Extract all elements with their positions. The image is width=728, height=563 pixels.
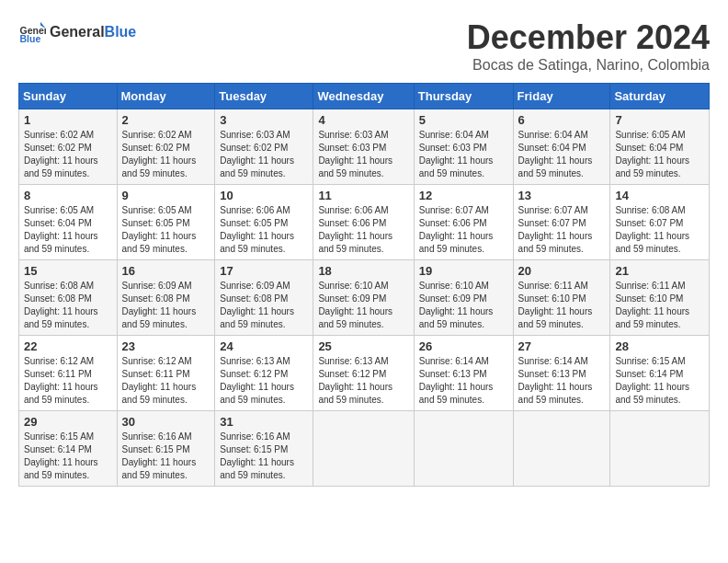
day-info: Sunrise: 6:09 AMSunset: 6:08 PMDaylight:…: [220, 281, 294, 329]
day-info: Sunrise: 6:08 AMSunset: 6:07 PMDaylight:…: [615, 205, 689, 254]
day-info: Sunrise: 6:06 AMSunset: 6:06 PMDaylight:…: [318, 205, 392, 254]
day-number: 15: [24, 264, 112, 278]
day-info: Sunrise: 6:10 AMSunset: 6:09 PMDaylight:…: [318, 281, 392, 329]
location-subtitle: Bocas de Satinga, Narino, Colombia: [467, 57, 710, 74]
day-number: 25: [318, 339, 408, 353]
day-number: 1: [24, 113, 112, 127]
day-number: 24: [220, 339, 308, 353]
day-number: 26: [419, 339, 508, 353]
calendar-cell: 21 Sunrise: 6:11 AMSunset: 6:10 PMDaylig…: [610, 260, 710, 336]
day-of-week-header: Tuesday: [215, 84, 313, 109]
day-number: 6: [518, 113, 606, 127]
day-info: Sunrise: 6:04 AMSunset: 6:04 PMDaylight:…: [518, 130, 593, 178]
day-number: 16: [122, 264, 210, 278]
logo: General Blue GeneralBlue: [18, 18, 136, 46]
day-info: Sunrise: 6:11 AMSunset: 6:10 PMDaylight:…: [615, 281, 689, 329]
calendar-cell: [414, 411, 513, 487]
logo-blue: Blue: [105, 24, 137, 40]
day-of-week-header: Saturday: [610, 84, 710, 109]
day-info: Sunrise: 6:10 AMSunset: 6:09 PMDaylight:…: [419, 281, 494, 329]
day-info: Sunrise: 6:03 AMSunset: 6:03 PMDaylight:…: [318, 130, 392, 178]
calendar-table: SundayMondayTuesdayWednesdayThursdayFrid…: [18, 83, 710, 487]
day-number: 30: [122, 415, 210, 429]
calendar-cell: 28 Sunrise: 6:15 AMSunset: 6:14 PMDaylig…: [610, 336, 710, 411]
svg-text:Blue: Blue: [20, 33, 41, 44]
calendar-week-row: 29 Sunrise: 6:15 AMSunset: 6:14 PMDaylig…: [19, 411, 710, 487]
calendar-cell: 14 Sunrise: 6:08 AMSunset: 6:07 PMDaylig…: [610, 185, 710, 260]
calendar-week-row: 22 Sunrise: 6:12 AMSunset: 6:11 PMDaylig…: [19, 336, 710, 411]
calendar-cell: 10 Sunrise: 6:06 AMSunset: 6:05 PMDaylig…: [215, 185, 313, 260]
calendar-cell: 13 Sunrise: 6:07 AMSunset: 6:07 PMDaylig…: [513, 185, 610, 260]
calendar-cell: 16 Sunrise: 6:09 AMSunset: 6:08 PMDaylig…: [117, 260, 215, 336]
day-number: 17: [220, 264, 308, 278]
calendar-cell: 17 Sunrise: 6:09 AMSunset: 6:08 PMDaylig…: [215, 260, 313, 336]
day-number: 4: [318, 113, 408, 127]
calendar-cell: 8 Sunrise: 6:05 AMSunset: 6:04 PMDayligh…: [19, 185, 118, 260]
logo-general: General: [50, 24, 105, 40]
calendar-cell: 4 Sunrise: 6:03 AMSunset: 6:03 PMDayligh…: [313, 109, 414, 185]
calendar-cell: 5 Sunrise: 6:04 AMSunset: 6:03 PMDayligh…: [414, 109, 513, 185]
day-info: Sunrise: 6:12 AMSunset: 6:11 PMDaylight:…: [24, 356, 98, 405]
page-header: General Blue GeneralBlue December 2024 B…: [18, 18, 710, 74]
day-info: Sunrise: 6:06 AMSunset: 6:05 PMDaylight:…: [220, 205, 294, 254]
day-info: Sunrise: 6:14 AMSunset: 6:13 PMDaylight:…: [518, 356, 593, 405]
day-number: 28: [615, 339, 704, 353]
day-info: Sunrise: 6:07 AMSunset: 6:07 PMDaylight:…: [518, 205, 593, 254]
day-number: 13: [518, 189, 606, 202]
day-info: Sunrise: 6:08 AMSunset: 6:08 PMDaylight:…: [24, 281, 98, 329]
calendar-header-row: SundayMondayTuesdayWednesdayThursdayFrid…: [19, 84, 710, 109]
calendar-cell: 15 Sunrise: 6:08 AMSunset: 6:08 PMDaylig…: [19, 260, 118, 336]
day-number: 11: [318, 189, 408, 202]
day-info: Sunrise: 6:14 AMSunset: 6:13 PMDaylight:…: [419, 356, 494, 405]
calendar-cell: 3 Sunrise: 6:03 AMSunset: 6:02 PMDayligh…: [215, 109, 313, 185]
day-number: 31: [220, 415, 308, 429]
day-number: 29: [24, 415, 112, 429]
day-number: 18: [318, 264, 408, 278]
calendar-week-row: 8 Sunrise: 6:05 AMSunset: 6:04 PMDayligh…: [19, 185, 710, 260]
day-of-week-header: Thursday: [414, 84, 513, 109]
calendar-cell: [610, 411, 710, 487]
day-info: Sunrise: 6:15 AMSunset: 6:14 PMDaylight:…: [24, 431, 98, 480]
day-number: 22: [24, 339, 112, 353]
day-info: Sunrise: 6:13 AMSunset: 6:12 PMDaylight:…: [318, 356, 392, 405]
day-info: Sunrise: 6:16 AMSunset: 6:15 PMDaylight:…: [220, 431, 294, 480]
day-number: 23: [122, 339, 210, 353]
calendar-cell: 24 Sunrise: 6:13 AMSunset: 6:12 PMDaylig…: [215, 336, 313, 411]
calendar-cell: 25 Sunrise: 6:13 AMSunset: 6:12 PMDaylig…: [313, 336, 414, 411]
day-info: Sunrise: 6:02 AMSunset: 6:02 PMDaylight:…: [122, 130, 197, 178]
calendar-cell: 7 Sunrise: 6:05 AMSunset: 6:04 PMDayligh…: [610, 109, 710, 185]
day-info: Sunrise: 6:09 AMSunset: 6:08 PMDaylight:…: [122, 281, 197, 329]
day-number: 19: [419, 264, 508, 278]
calendar-cell: 29 Sunrise: 6:15 AMSunset: 6:14 PMDaylig…: [19, 411, 118, 487]
day-info: Sunrise: 6:02 AMSunset: 6:02 PMDaylight:…: [24, 130, 98, 178]
calendar-cell: 11 Sunrise: 6:06 AMSunset: 6:06 PMDaylig…: [313, 185, 414, 260]
day-number: 7: [615, 113, 704, 127]
calendar-cell: [513, 411, 610, 487]
day-number: 21: [615, 264, 704, 278]
calendar-week-row: 1 Sunrise: 6:02 AMSunset: 6:02 PMDayligh…: [19, 109, 710, 185]
logo-icon: General Blue: [18, 18, 46, 46]
calendar-cell: 23 Sunrise: 6:12 AMSunset: 6:11 PMDaylig…: [117, 336, 215, 411]
day-info: Sunrise: 6:03 AMSunset: 6:02 PMDaylight:…: [220, 130, 294, 178]
calendar-cell: [313, 411, 414, 487]
day-info: Sunrise: 6:13 AMSunset: 6:12 PMDaylight:…: [220, 356, 294, 405]
day-info: Sunrise: 6:04 AMSunset: 6:03 PMDaylight:…: [419, 130, 494, 178]
calendar-cell: 26 Sunrise: 6:14 AMSunset: 6:13 PMDaylig…: [414, 336, 513, 411]
calendar-cell: 30 Sunrise: 6:16 AMSunset: 6:15 PMDaylig…: [117, 411, 215, 487]
calendar-cell: 6 Sunrise: 6:04 AMSunset: 6:04 PMDayligh…: [513, 109, 610, 185]
day-info: Sunrise: 6:07 AMSunset: 6:06 PMDaylight:…: [419, 205, 494, 254]
day-info: Sunrise: 6:16 AMSunset: 6:15 PMDaylight:…: [122, 431, 197, 480]
day-number: 3: [220, 113, 308, 127]
calendar-cell: 9 Sunrise: 6:05 AMSunset: 6:05 PMDayligh…: [117, 185, 215, 260]
day-info: Sunrise: 6:11 AMSunset: 6:10 PMDaylight:…: [518, 281, 593, 329]
title-section: December 2024 Bocas de Satinga, Narino, …: [467, 18, 710, 74]
day-number: 8: [24, 189, 112, 202]
calendar-week-row: 15 Sunrise: 6:08 AMSunset: 6:08 PMDaylig…: [19, 260, 710, 336]
day-number: 20: [518, 264, 606, 278]
calendar-cell: 22 Sunrise: 6:12 AMSunset: 6:11 PMDaylig…: [19, 336, 118, 411]
day-number: 2: [122, 113, 210, 127]
day-number: 27: [518, 339, 606, 353]
calendar-cell: 18 Sunrise: 6:10 AMSunset: 6:09 PMDaylig…: [313, 260, 414, 336]
calendar-cell: 20 Sunrise: 6:11 AMSunset: 6:10 PMDaylig…: [513, 260, 610, 336]
month-title: December 2024: [467, 18, 710, 57]
